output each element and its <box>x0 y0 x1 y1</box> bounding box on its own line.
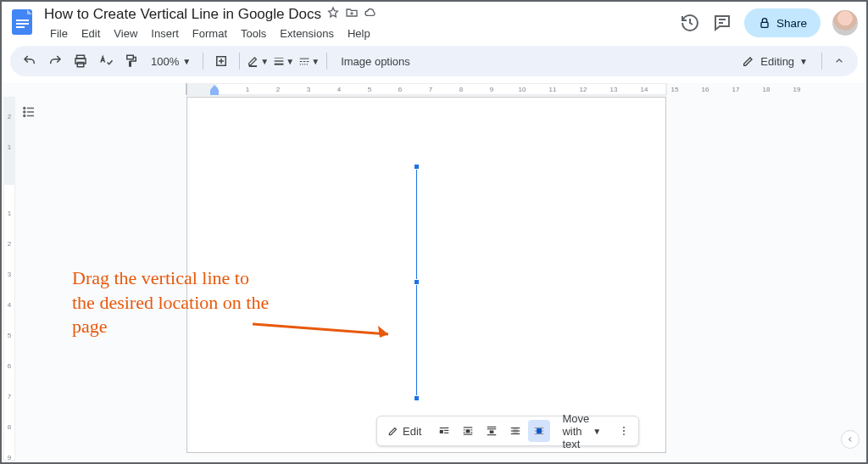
main-toolbar: 100% ▼ ▼ ▼ ▼ Image options Editing ▼ <box>10 46 858 76</box>
svg-text:2: 2 <box>8 113 12 120</box>
svg-rect-83 <box>490 430 494 433</box>
svg-rect-78 <box>464 432 465 433</box>
svg-rect-86 <box>511 428 520 428</box>
svg-text:5: 5 <box>368 86 372 93</box>
document-title[interactable]: How to Create Vertical Line in Google Do… <box>44 6 321 23</box>
border-weight-button[interactable]: ▼ <box>272 50 294 72</box>
menu-bar: File Edit View Insert Format Tools Exten… <box>44 24 680 42</box>
svg-rect-25 <box>307 64 308 64</box>
version-history-icon[interactable] <box>680 13 700 33</box>
border-dash-button[interactable]: ▼ <box>298 50 320 72</box>
horizontal-ruler[interactable]: 112345678910111213141516171819 <box>29 83 846 97</box>
menu-format[interactable]: Format <box>186 25 233 42</box>
menu-help[interactable]: Help <box>342 25 376 42</box>
zoom-dropdown[interactable]: 100% ▼ <box>146 55 196 68</box>
svg-text:9: 9 <box>8 454 12 461</box>
svg-rect-16 <box>275 60 284 61</box>
menu-edit[interactable]: Edit <box>75 25 106 42</box>
svg-rect-76 <box>464 429 465 430</box>
svg-rect-15 <box>275 58 284 59</box>
svg-rect-17 <box>275 64 284 65</box>
svg-point-95 <box>623 433 625 435</box>
menu-file[interactable]: File <box>44 25 74 42</box>
menu-tools[interactable]: Tools <box>235 25 272 42</box>
svg-rect-82 <box>487 428 497 429</box>
border-color-button[interactable]: ▼ <box>247 50 269 72</box>
document-outline-button[interactable] <box>19 102 39 122</box>
vertical-ruler[interactable]: 21 123456789 <box>3 97 15 461</box>
svg-rect-24 <box>304 64 305 64</box>
editing-mode-dropdown[interactable]: Editing ▼ <box>735 54 815 68</box>
menu-extensions[interactable]: Extensions <box>274 25 340 42</box>
explore-chevron-button[interactable] <box>841 430 860 449</box>
wrap-inline-button[interactable] <box>433 420 455 442</box>
svg-text:1: 1 <box>246 86 250 93</box>
svg-point-94 <box>623 430 625 432</box>
resize-handle-middle[interactable] <box>414 279 420 285</box>
more-options-button[interactable] <box>613 420 635 442</box>
svg-rect-84 <box>487 434 497 435</box>
resize-handle-bottom[interactable] <box>414 395 420 401</box>
svg-text:1: 1 <box>8 143 12 151</box>
cloud-status-icon[interactable] <box>364 6 377 23</box>
move-folder-icon[interactable] <box>345 6 359 23</box>
account-avatar[interactable] <box>832 10 858 36</box>
zoom-value: 100% <box>151 55 179 68</box>
caret-down-icon: ▼ <box>593 427 601 436</box>
share-label: Share <box>776 17 807 30</box>
menu-view[interactable]: View <box>108 25 143 42</box>
docs-logo-icon[interactable] <box>8 7 39 37</box>
svg-rect-79 <box>471 432 473 433</box>
format-paint-button[interactable] <box>120 50 142 72</box>
svg-rect-23 <box>303 64 303 64</box>
left-indent-marker[interactable] <box>210 85 219 95</box>
spellcheck-button[interactable] <box>95 50 117 72</box>
svg-text:8: 8 <box>8 423 12 431</box>
editing-mode-label: Editing <box>760 55 794 68</box>
svg-text:10: 10 <box>519 86 526 93</box>
svg-rect-10 <box>127 55 134 59</box>
svg-rect-75 <box>466 429 470 433</box>
behind-text-button[interactable] <box>504 420 526 442</box>
redo-button[interactable] <box>44 50 66 72</box>
svg-point-65 <box>24 111 25 113</box>
svg-rect-1 <box>16 20 29 21</box>
svg-rect-92 <box>537 428 542 433</box>
svg-rect-73 <box>444 433 448 433</box>
svg-rect-71 <box>440 430 443 433</box>
svg-text:15: 15 <box>671 86 679 93</box>
svg-text:6: 6 <box>398 86 403 93</box>
svg-rect-87 <box>511 430 520 431</box>
vertical-line-drawing[interactable] <box>416 167 417 398</box>
crop-button[interactable] <box>210 50 232 72</box>
share-button[interactable]: Share <box>744 8 821 37</box>
in-front-of-text-button[interactable] <box>528 420 550 442</box>
svg-rect-18 <box>300 59 309 59</box>
print-button[interactable] <box>70 50 92 72</box>
move-with-text-label: Move with text <box>562 412 589 450</box>
svg-text:19: 19 <box>793 86 801 93</box>
image-context-toolbar: Edit Move with text ▼ <box>376 416 639 446</box>
move-with-text-dropdown[interactable]: Move with text ▼ <box>557 412 606 450</box>
svg-rect-81 <box>487 427 497 428</box>
undo-button[interactable] <box>19 50 41 72</box>
svg-text:14: 14 <box>641 86 648 93</box>
menu-insert[interactable]: Insert <box>145 25 185 42</box>
star-icon[interactable] <box>326 6 340 23</box>
svg-text:11: 11 <box>549 86 557 93</box>
svg-rect-21 <box>307 61 309 62</box>
edit-drawing-button[interactable]: Edit <box>382 420 426 442</box>
comments-icon[interactable] <box>712 13 732 33</box>
svg-text:13: 13 <box>610 86 618 93</box>
svg-rect-19 <box>300 61 303 62</box>
collapse-toolbar-button[interactable] <box>829 51 849 71</box>
svg-text:2: 2 <box>8 240 12 248</box>
svg-text:2: 2 <box>276 86 281 93</box>
wrap-text-button[interactable] <box>457 420 479 442</box>
image-options-button[interactable]: Image options <box>334 55 417 68</box>
svg-text:4: 4 <box>337 86 342 93</box>
svg-text:5: 5 <box>8 332 12 339</box>
pencil-icon <box>742 54 755 68</box>
resize-handle-top[interactable] <box>414 164 420 170</box>
break-text-button[interactable] <box>481 420 503 442</box>
